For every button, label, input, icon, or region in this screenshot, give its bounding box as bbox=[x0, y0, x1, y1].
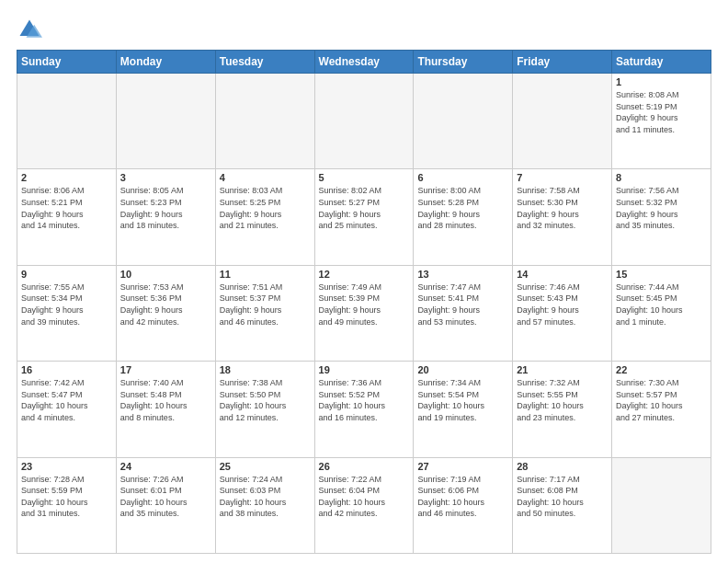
day-info: Sunrise: 7:38 AM Sunset: 5:50 PM Dayligh… bbox=[220, 377, 311, 423]
day-info: Sunrise: 7:32 AM Sunset: 5:55 PM Dayligh… bbox=[517, 377, 608, 423]
calendar-cell bbox=[17, 74, 117, 169]
day-info: Sunrise: 7:22 AM Sunset: 6:04 PM Dayligh… bbox=[319, 474, 410, 520]
calendar-week-0: 1Sunrise: 8:08 AM Sunset: 5:19 PM Daylig… bbox=[17, 74, 711, 169]
calendar-cell: 3Sunrise: 8:05 AM Sunset: 5:23 PM Daylig… bbox=[116, 169, 215, 265]
day-info: Sunrise: 7:42 AM Sunset: 5:47 PM Dayligh… bbox=[21, 377, 112, 423]
calendar-cell: 2Sunrise: 8:06 AM Sunset: 5:21 PM Daylig… bbox=[17, 169, 117, 265]
weekday-header-saturday: Saturday bbox=[612, 51, 711, 74]
day-number: 19 bbox=[319, 364, 410, 375]
day-info: Sunrise: 7:53 AM Sunset: 5:36 PM Dayligh… bbox=[120, 282, 211, 327]
calendar-cell: 27Sunrise: 7:19 AM Sunset: 6:06 PM Dayli… bbox=[414, 457, 513, 553]
calendar-cell: 16Sunrise: 7:42 AM Sunset: 5:47 PM Dayli… bbox=[17, 362, 117, 457]
weekday-header-thursday: Thursday bbox=[414, 51, 513, 74]
day-info: Sunrise: 7:51 AM Sunset: 5:37 PM Dayligh… bbox=[220, 282, 311, 327]
weekday-header-row: SundayMondayTuesdayWednesdayThursdayFrid… bbox=[17, 51, 711, 74]
day-number: 6 bbox=[417, 172, 508, 183]
day-number: 15 bbox=[616, 269, 707, 280]
weekday-header-wednesday: Wednesday bbox=[314, 51, 414, 74]
calendar-cell: 1Sunrise: 8:08 AM Sunset: 5:19 PM Daylig… bbox=[612, 74, 711, 169]
calendar-cell: 5Sunrise: 8:02 AM Sunset: 5:27 PM Daylig… bbox=[314, 169, 414, 265]
day-info: Sunrise: 7:28 AM Sunset: 5:59 PM Dayligh… bbox=[21, 474, 112, 520]
day-number: 12 bbox=[319, 269, 410, 280]
page: SundayMondayTuesdayWednesdayThursdayFrid… bbox=[0, 0, 728, 563]
day-info: Sunrise: 8:00 AM Sunset: 5:28 PM Dayligh… bbox=[417, 185, 508, 231]
calendar-cell: 28Sunrise: 7:17 AM Sunset: 6:08 PM Dayli… bbox=[513, 457, 612, 553]
calendar-cell bbox=[116, 74, 215, 169]
day-number: 24 bbox=[120, 461, 211, 472]
day-info: Sunrise: 7:44 AM Sunset: 5:45 PM Dayligh… bbox=[616, 282, 707, 327]
day-info: Sunrise: 7:40 AM Sunset: 5:48 PM Dayligh… bbox=[120, 377, 211, 423]
calendar-cell: 22Sunrise: 7:30 AM Sunset: 5:57 PM Dayli… bbox=[612, 362, 711, 457]
calendar-cell: 10Sunrise: 7:53 AM Sunset: 5:36 PM Dayli… bbox=[116, 265, 215, 361]
day-info: Sunrise: 8:05 AM Sunset: 5:23 PM Dayligh… bbox=[120, 185, 211, 231]
calendar-cell: 8Sunrise: 7:56 AM Sunset: 5:32 PM Daylig… bbox=[612, 169, 711, 265]
calendar-cell: 21Sunrise: 7:32 AM Sunset: 5:55 PM Dayli… bbox=[513, 362, 612, 457]
day-number: 26 bbox=[319, 461, 410, 472]
day-number: 2 bbox=[21, 172, 112, 183]
calendar-cell bbox=[414, 74, 513, 169]
calendar-cell bbox=[215, 74, 314, 169]
logo-icon bbox=[17, 17, 42, 42]
day-info: Sunrise: 7:26 AM Sunset: 6:01 PM Dayligh… bbox=[120, 474, 211, 520]
calendar-cell: 7Sunrise: 7:58 AM Sunset: 5:30 PM Daylig… bbox=[513, 169, 612, 265]
calendar-cell: 12Sunrise: 7:49 AM Sunset: 5:39 PM Dayli… bbox=[314, 265, 414, 361]
day-number: 9 bbox=[21, 269, 112, 280]
day-info: Sunrise: 7:56 AM Sunset: 5:32 PM Dayligh… bbox=[616, 185, 707, 231]
day-number: 3 bbox=[120, 172, 211, 183]
calendar-cell: 20Sunrise: 7:34 AM Sunset: 5:54 PM Dayli… bbox=[414, 362, 513, 457]
calendar-cell: 9Sunrise: 7:55 AM Sunset: 5:34 PM Daylig… bbox=[17, 265, 117, 361]
calendar-cell: 23Sunrise: 7:28 AM Sunset: 5:59 PM Dayli… bbox=[17, 457, 117, 553]
calendar-cell: 25Sunrise: 7:24 AM Sunset: 6:03 PM Dayli… bbox=[215, 457, 314, 553]
day-info: Sunrise: 7:55 AM Sunset: 5:34 PM Dayligh… bbox=[21, 282, 112, 327]
day-number: 20 bbox=[417, 364, 508, 375]
weekday-header-sunday: Sunday bbox=[17, 51, 117, 74]
calendar-cell bbox=[612, 457, 711, 553]
day-number: 27 bbox=[417, 461, 508, 472]
calendar-cell: 13Sunrise: 7:47 AM Sunset: 5:41 PM Dayli… bbox=[414, 265, 513, 361]
logo bbox=[17, 17, 46, 42]
day-number: 16 bbox=[21, 364, 112, 375]
day-info: Sunrise: 7:19 AM Sunset: 6:06 PM Dayligh… bbox=[417, 474, 508, 520]
day-number: 5 bbox=[319, 172, 410, 183]
calendar-week-2: 9Sunrise: 7:55 AM Sunset: 5:34 PM Daylig… bbox=[17, 265, 711, 361]
day-number: 28 bbox=[517, 461, 608, 472]
calendar-cell: 24Sunrise: 7:26 AM Sunset: 6:01 PM Dayli… bbox=[116, 457, 215, 553]
calendar-cell: 14Sunrise: 7:46 AM Sunset: 5:43 PM Dayli… bbox=[513, 265, 612, 361]
calendar-cell: 4Sunrise: 8:03 AM Sunset: 5:25 PM Daylig… bbox=[215, 169, 314, 265]
day-info: Sunrise: 7:34 AM Sunset: 5:54 PM Dayligh… bbox=[417, 377, 508, 423]
calendar-cell bbox=[314, 74, 414, 169]
day-info: Sunrise: 7:46 AM Sunset: 5:43 PM Dayligh… bbox=[517, 282, 608, 327]
day-info: Sunrise: 7:36 AM Sunset: 5:52 PM Dayligh… bbox=[319, 377, 410, 423]
day-info: Sunrise: 8:02 AM Sunset: 5:27 PM Dayligh… bbox=[319, 185, 410, 231]
calendar-week-3: 16Sunrise: 7:42 AM Sunset: 5:47 PM Dayli… bbox=[17, 362, 711, 457]
calendar-cell: 15Sunrise: 7:44 AM Sunset: 5:45 PM Dayli… bbox=[612, 265, 711, 361]
day-number: 8 bbox=[616, 172, 707, 183]
day-info: Sunrise: 7:24 AM Sunset: 6:03 PM Dayligh… bbox=[220, 474, 311, 520]
day-number: 23 bbox=[21, 461, 112, 472]
day-number: 10 bbox=[120, 269, 211, 280]
calendar-cell: 18Sunrise: 7:38 AM Sunset: 5:50 PM Dayli… bbox=[215, 362, 314, 457]
day-info: Sunrise: 7:58 AM Sunset: 5:30 PM Dayligh… bbox=[517, 185, 608, 231]
calendar-cell: 6Sunrise: 8:00 AM Sunset: 5:28 PM Daylig… bbox=[414, 169, 513, 265]
day-number: 22 bbox=[616, 364, 707, 375]
day-number: 25 bbox=[220, 461, 311, 472]
day-info: Sunrise: 7:30 AM Sunset: 5:57 PM Dayligh… bbox=[616, 377, 707, 423]
calendar-week-4: 23Sunrise: 7:28 AM Sunset: 5:59 PM Dayli… bbox=[17, 457, 711, 553]
day-info: Sunrise: 8:06 AM Sunset: 5:21 PM Dayligh… bbox=[21, 185, 112, 231]
day-number: 11 bbox=[220, 269, 311, 280]
day-number: 14 bbox=[517, 269, 608, 280]
day-number: 17 bbox=[120, 364, 211, 375]
day-number: 1 bbox=[616, 76, 707, 87]
weekday-header-tuesday: Tuesday bbox=[215, 51, 314, 74]
day-info: Sunrise: 7:49 AM Sunset: 5:39 PM Dayligh… bbox=[319, 282, 410, 327]
day-number: 7 bbox=[517, 172, 608, 183]
header bbox=[17, 17, 711, 42]
calendar-week-1: 2Sunrise: 8:06 AM Sunset: 5:21 PM Daylig… bbox=[17, 169, 711, 265]
calendar-table: SundayMondayTuesdayWednesdayThursdayFrid… bbox=[17, 50, 711, 554]
day-info: Sunrise: 8:03 AM Sunset: 5:25 PM Dayligh… bbox=[220, 185, 311, 231]
weekday-header-monday: Monday bbox=[116, 51, 215, 74]
day-number: 18 bbox=[220, 364, 311, 375]
calendar-cell: 26Sunrise: 7:22 AM Sunset: 6:04 PM Dayli… bbox=[314, 457, 414, 553]
day-info: Sunrise: 7:17 AM Sunset: 6:08 PM Dayligh… bbox=[517, 474, 608, 520]
calendar-cell bbox=[513, 74, 612, 169]
